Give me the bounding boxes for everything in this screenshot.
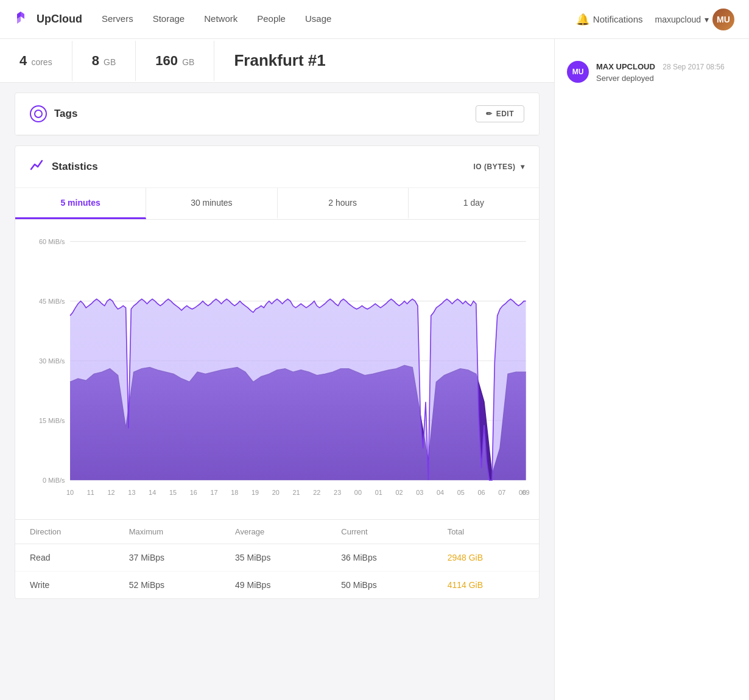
svg-text:02: 02 xyxy=(395,489,403,496)
notifications-button[interactable]: 🔔 Notifications xyxy=(576,13,643,26)
svg-text:60 MiB/s: 60 MiB/s xyxy=(39,238,65,245)
cores-value: 4 xyxy=(19,53,27,68)
time-tabs: 5 minutes 30 minutes 2 hours 1 day xyxy=(15,188,539,220)
ram-unit: GB xyxy=(104,57,116,67)
table-row: Write 52 MiBps 49 MiBps 50 MiBps 4114 Gi… xyxy=(15,572,539,599)
col-average: Average xyxy=(220,520,326,544)
svg-text:20: 20 xyxy=(272,489,280,496)
nav-storage[interactable]: Storage xyxy=(153,11,185,27)
read-average: 35 MiBps xyxy=(220,544,326,572)
chevron-down-icon: ▾ xyxy=(705,15,709,24)
col-total: Total xyxy=(433,520,539,544)
tags-card: Tags ✏ EDIT xyxy=(15,93,540,136)
statistics-chart: 60 MiB/s 45 MiB/s 30 MiB/s 15 MiB/s 0 Mi… xyxy=(25,229,529,514)
svg-text:09: 09 xyxy=(522,489,529,496)
svg-text:23: 23 xyxy=(334,489,341,496)
nav-network[interactable]: Network xyxy=(204,11,237,27)
svg-text:0 MiB/s: 0 MiB/s xyxy=(43,477,65,484)
read-maximum: 37 MiBps xyxy=(114,544,220,572)
statistics-card-header: Statistics IO (BYTES) ▾ xyxy=(15,146,539,188)
svg-text:14: 14 xyxy=(149,489,156,496)
tags-title: Tags xyxy=(54,108,77,120)
storage-value: 160 xyxy=(155,53,178,68)
nav-servers[interactable]: Servers xyxy=(102,11,133,27)
tab-30min[interactable]: 30 minutes xyxy=(146,188,277,219)
svg-text:17: 17 xyxy=(210,489,217,496)
edit-pen-icon: ✏ xyxy=(486,110,493,118)
svg-text:00: 00 xyxy=(354,489,362,496)
svg-text:13: 13 xyxy=(128,489,135,496)
tag-icon xyxy=(30,105,47,122)
svg-text:18: 18 xyxy=(231,489,238,496)
chevron-down-icon: ▾ xyxy=(521,163,525,171)
svg-text:15: 15 xyxy=(169,489,177,496)
cores-label: cores xyxy=(31,57,52,67)
svg-text:01: 01 xyxy=(375,489,382,496)
tab-5min[interactable]: 5 minutes xyxy=(15,188,146,219)
svg-text:04: 04 xyxy=(437,489,444,496)
col-direction: Direction xyxy=(15,520,114,544)
read-current: 36 MiBps xyxy=(326,544,432,572)
navbar-right: 🔔 Notifications maxupcloud ▾ MU xyxy=(576,9,734,30)
notification-user: MAX UPCLOUD xyxy=(596,62,655,71)
sidebar: MU MAX UPCLOUD 28 Sep 2017 08:56 Server … xyxy=(554,39,749,700)
nav-usage[interactable]: Usage xyxy=(305,11,331,27)
storage-unit: GB xyxy=(182,57,194,67)
write-average: 49 MiBps xyxy=(220,572,326,599)
server-ram: 8 GB xyxy=(72,41,136,81)
logo-icon xyxy=(15,9,32,30)
svg-text:15 MiB/s: 15 MiB/s xyxy=(39,417,65,424)
edit-tags-button[interactable]: ✏ EDIT xyxy=(476,105,524,122)
ram-value: 8 xyxy=(92,53,99,68)
server-cores: 4 cores xyxy=(0,41,72,81)
svg-text:07: 07 xyxy=(498,489,505,496)
notification-content: MAX UPCLOUD 28 Sep 2017 08:56 Server dep… xyxy=(596,61,737,83)
server-info-bar: 4 cores 8 GB 160 GB Frankfurt #1 xyxy=(0,39,554,83)
sidebar-notification: MU MAX UPCLOUD 28 Sep 2017 08:56 Server … xyxy=(555,51,749,93)
notification-avatar: MU xyxy=(567,61,589,83)
statistics-card: Statistics IO (BYTES) ▾ 5 minutes 30 min… xyxy=(15,145,540,599)
svg-text:06: 06 xyxy=(477,489,485,496)
svg-text:45 MiB/s: 45 MiB/s xyxy=(39,298,65,305)
page-layout: 4 cores 8 GB 160 GB Frankfurt #1 Tags xyxy=(0,39,749,700)
tags-title-group: Tags xyxy=(30,105,77,122)
svg-text:21: 21 xyxy=(293,489,300,496)
main-nav: Servers Storage Network People Usage xyxy=(102,11,576,27)
io-selector[interactable]: IO (BYTES) ▾ xyxy=(473,163,524,171)
logo[interactable]: UpCloud xyxy=(15,9,82,30)
write-direction: Write xyxy=(15,572,114,599)
server-name: Frankfurt #1 xyxy=(234,51,325,69)
notification-message: Server deployed xyxy=(596,74,737,83)
io-label: IO (BYTES) xyxy=(473,163,515,171)
tab-2hours[interactable]: 2 hours xyxy=(278,188,409,219)
write-maximum: 52 MiBps xyxy=(114,572,220,599)
server-name-section: Frankfurt #1 xyxy=(214,39,345,82)
server-storage: 160 GB xyxy=(136,41,214,81)
notifications-label: Notifications xyxy=(593,14,643,24)
tags-card-header: Tags ✏ EDIT xyxy=(15,93,539,135)
main-content: 4 cores 8 GB 160 GB Frankfurt #1 Tags xyxy=(0,39,554,700)
write-current: 50 MiBps xyxy=(326,572,432,599)
tab-1day[interactable]: 1 day xyxy=(409,188,539,219)
svg-text:11: 11 xyxy=(87,489,94,496)
nav-people[interactable]: People xyxy=(257,11,286,27)
navbar: UpCloud Servers Storage Network People U… xyxy=(0,0,749,39)
avatar: MU xyxy=(712,9,734,30)
logo-text: UpCloud xyxy=(37,13,82,26)
svg-text:10: 10 xyxy=(66,489,74,496)
svg-text:03: 03 xyxy=(416,489,423,496)
username: maxupcloud xyxy=(655,15,702,24)
svg-text:12: 12 xyxy=(108,489,115,496)
chart-container: 60 MiB/s 45 MiB/s 30 MiB/s 15 MiB/s 0 Mi… xyxy=(15,220,539,519)
stats-title-group: Statistics xyxy=(30,158,98,175)
table-row: Read 37 MiBps 35 MiBps 36 MiBps 2948 GiB xyxy=(15,544,539,572)
col-maximum: Maximum xyxy=(114,520,220,544)
user-menu[interactable]: maxupcloud ▾ MU xyxy=(655,9,735,30)
svg-text:19: 19 xyxy=(251,489,259,496)
notification-time: 28 Sep 2017 08:56 xyxy=(663,63,724,71)
chart-icon xyxy=(30,158,44,175)
read-total: 2948 GiB xyxy=(433,544,539,572)
stats-title: Statistics xyxy=(52,161,98,173)
stats-table: Direction Maximum Average Current Total … xyxy=(15,519,539,598)
svg-text:30 MiB/s: 30 MiB/s xyxy=(39,357,65,365)
